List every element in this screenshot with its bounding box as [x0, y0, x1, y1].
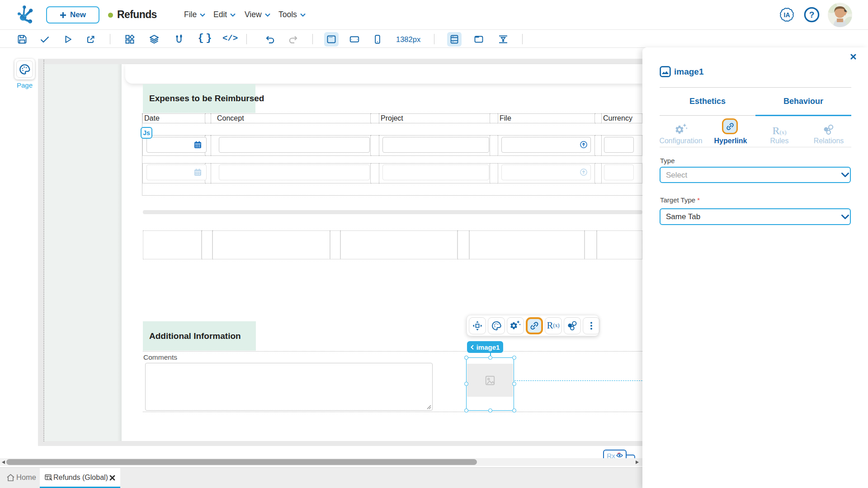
- svg-text:IA: IA: [784, 11, 790, 19]
- svg-text:?: ?: [809, 10, 815, 19]
